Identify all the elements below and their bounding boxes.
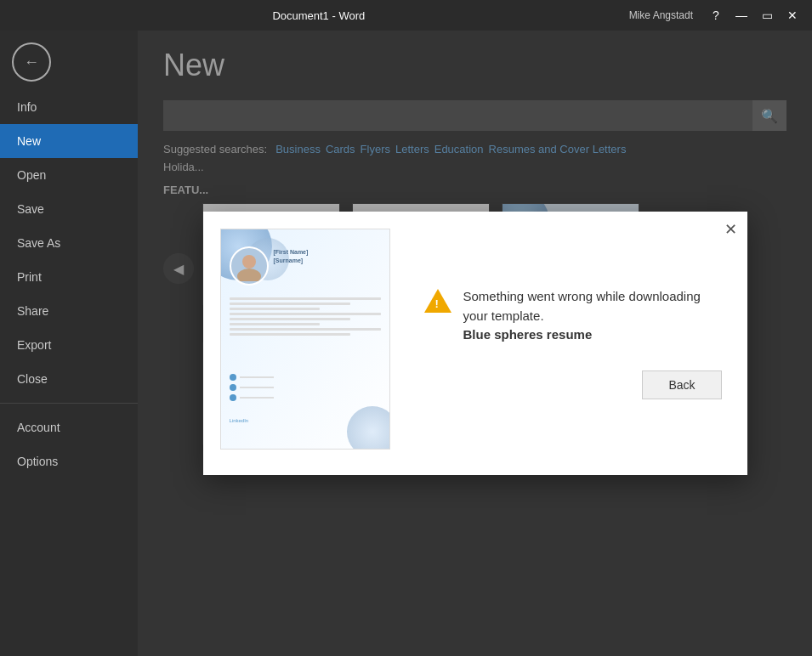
- help-button[interactable]: ?: [705, 4, 727, 26]
- dialog-preview: [First Name] [Surname]: [220, 229, 390, 458]
- resume-line-3: [230, 308, 321, 310]
- resume-line-7: [230, 328, 381, 331]
- back-button[interactable]: ←: [12, 42, 51, 82]
- sidebar-item-open[interactable]: Open: [0, 158, 138, 192]
- resume-preview: [First Name] [Surname]: [221, 229, 389, 449]
- nav-divider: [0, 403, 138, 404]
- sidebar-item-save-as[interactable]: Save As: [0, 226, 138, 260]
- resume-name: [First Name] [Surname]: [274, 248, 309, 265]
- app-body: ← Info New Open Save Save As Print Share…: [0, 31, 812, 656]
- sidebar-item-options[interactable]: Options: [0, 444, 138, 478]
- resume-link: LinkedIn: [230, 418, 249, 423]
- svg-point-5: [237, 269, 261, 281]
- content-area: New 🔍 Suggested searches: Business Cards…: [138, 31, 812, 656]
- sidebar-item-new[interactable]: New: [0, 124, 138, 158]
- resume-line-5: [230, 318, 350, 320]
- error-line1: Something went wrong while: [463, 289, 626, 303]
- sidebar-item-info[interactable]: Info: [0, 90, 138, 124]
- warning-row: ! Something went wrong while downloading…: [424, 287, 722, 345]
- sidebar-item-share[interactable]: Share: [0, 294, 138, 328]
- error-text: Something went wrong while downloading y…: [463, 287, 722, 345]
- resume-line-1: [230, 297, 381, 300]
- resume-circle-bottom: [347, 406, 390, 450]
- title-bar-title: Document1 - Word: [9, 9, 629, 22]
- resume-line-8: [230, 333, 350, 336]
- minimize-button[interactable]: —: [730, 4, 752, 26]
- resume-line-2: [230, 303, 350, 305]
- sidebar-item-account[interactable]: Account: [0, 410, 138, 444]
- dialog-overlay: ✕ [First Name] [Su: [138, 31, 812, 656]
- title-bar: Document1 - Word Mike Angstadt ? — ▭ ✕: [0, 0, 812, 31]
- error-dialog: ✕ [First Name] [Su: [203, 212, 747, 475]
- resume-lines: [230, 297, 381, 338]
- preview-image: [First Name] [Surname]: [220, 229, 390, 450]
- close-window-button[interactable]: ✕: [781, 4, 803, 26]
- resume-icons: [230, 374, 274, 404]
- restore-button[interactable]: ▭: [756, 4, 778, 26]
- user-name: Mike Angstadt: [629, 9, 693, 21]
- sidebar-item-close[interactable]: Close: [0, 362, 138, 396]
- dialog-content: ! Something went wrong while downloading…: [407, 229, 730, 458]
- sidebar-item-save[interactable]: Save: [0, 192, 138, 226]
- back-dialog-button[interactable]: Back: [642, 370, 721, 399]
- resume-line-6: [230, 323, 321, 325]
- resume-line-4: [230, 313, 381, 315]
- warning-exclamation: !: [435, 297, 439, 310]
- resume-photo: [230, 246, 269, 286]
- sidebar-item-print[interactable]: Print: [0, 260, 138, 294]
- svg-point-4: [242, 255, 256, 269]
- sidebar: ← Info New Open Save Save As Print Share…: [0, 31, 138, 656]
- error-template-name: Blue spheres resume: [463, 327, 593, 342]
- dialog-close-button[interactable]: ✕: [724, 220, 737, 239]
- sidebar-item-export[interactable]: Export: [0, 328, 138, 362]
- warning-icon: !: [424, 289, 451, 316]
